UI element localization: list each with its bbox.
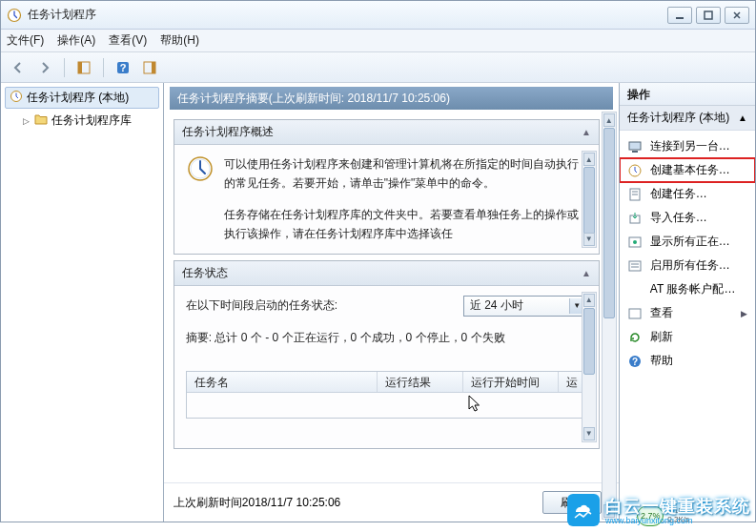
actions-group-header[interactable]: 任务计划程序 (本地) ▲ (620, 106, 755, 131)
action-connect[interactable]: 连接到另一台… (620, 134, 755, 158)
action-label: 查看 (650, 305, 673, 321)
col-run-result[interactable]: 运行结果 (378, 372, 463, 392)
col-task-name[interactable]: 任务名 (187, 372, 378, 392)
blank-icon (627, 282, 643, 297)
last-refresh-label: 上次刷新时间2018/11/7 10:25:06 (174, 495, 340, 511)
scroll-down-icon[interactable]: ▼ (583, 427, 595, 440)
app-icon (7, 8, 22, 23)
svg-text:?: ? (120, 62, 127, 73)
forward-button[interactable] (33, 56, 56, 79)
action-import-task[interactable]: 导入任务… (620, 206, 755, 230)
action-refresh[interactable]: 刷新 (620, 325, 755, 349)
table-header: 任务名 运行结果 运行开始时间 运 (187, 372, 586, 393)
task-table: 任务名 运行结果 运行开始时间 运 (186, 371, 587, 419)
wizard-icon (627, 163, 643, 178)
action-create-basic-task[interactable]: 创建基本任务… (620, 158, 755, 182)
overview-body: 可以使用任务计划程序来创建和管理计算机将在所指定的时间自动执行的常见任务。若要开… (174, 145, 599, 254)
status-summary-text: 摘要: 总计 0 个 - 0 个正在运行，0 个成功，0 个停止，0 个失败 (186, 330, 587, 346)
col-run-start[interactable]: 运行开始时间 (463, 372, 559, 392)
app-window: 任务计划程序 文件(F) 操作(A) 查看(V) 帮助(H) ? 任务计划程序 … (0, 0, 756, 522)
center-scrollbar[interactable]: ▲ ▼ (602, 112, 617, 520)
tree-child-node[interactable]: ▷ 任务计划程序库 (5, 111, 159, 131)
folder-icon (34, 113, 48, 129)
back-button[interactable] (7, 56, 30, 79)
show-hide-action-button[interactable] (138, 56, 161, 79)
help-button[interactable]: ? (112, 56, 134, 79)
footer: 上次刷新时间2018/11/7 10:25:06 刷新 (164, 482, 619, 522)
expand-icon[interactable]: ▷ (22, 116, 31, 125)
svg-rect-20 (629, 309, 641, 318)
action-create-task[interactable]: 创建任务… (620, 182, 755, 206)
close-button[interactable] (725, 7, 749, 24)
action-label: 连接到另一台… (650, 138, 730, 154)
tree-root-node[interactable]: 任务计划程序 (本地) (5, 87, 159, 109)
toolbar: ? (1, 52, 755, 83)
action-show-running[interactable]: 显示所有正在… (620, 230, 755, 254)
actions-pane: 操作 任务计划程序 (本地) ▲ 连接到另一台… 创建基本任务… 创建任务… (620, 83, 755, 522)
svg-rect-13 (632, 151, 638, 153)
status-body: 在以下时间段启动的任务状态: 近 24 小时 ▼ 摘要: 总计 0 个 - 0 … (174, 286, 599, 448)
watermark: 白云一键重装系统 www.baiyunxitong.com (562, 488, 756, 532)
menu-file[interactable]: 文件(F) (7, 32, 44, 49)
show-hide-tree-button[interactable] (72, 56, 95, 79)
action-enable-history[interactable]: 启用所有任务… (620, 254, 755, 277)
maximize-button[interactable] (696, 7, 721, 24)
status-header[interactable]: 任务状态 ▲ (174, 261, 599, 286)
scroll-thumb[interactable] (603, 128, 615, 318)
titlebar: 任务计划程序 (1, 1, 755, 30)
scroll-down-icon[interactable]: ▼ (583, 233, 595, 246)
action-label: 帮助 (650, 353, 673, 369)
overview-group: 任务计划程序概述 ▲ 可以使用任务计划程序来创建和管理计算机将在所指定的时间自动… (174, 119, 600, 255)
action-label: 创建基本任务… (650, 162, 730, 178)
watermark-brand: 白云一键重装系统 (605, 495, 750, 518)
menu-action[interactable]: 操作(A) (57, 32, 95, 49)
center-pane: 任务计划程序摘要(上次刷新时间: 2018/11/7 10:25:06) 任务计… (164, 83, 620, 522)
scroll-thumb[interactable] (583, 308, 595, 375)
action-label: 启用所有任务… (650, 257, 730, 274)
import-icon (627, 211, 643, 226)
chevron-right-icon: ▶ (741, 309, 747, 318)
svg-point-18 (633, 240, 637, 244)
scroll-up-icon[interactable]: ▲ (583, 153, 595, 166)
scroll-up-icon[interactable]: ▲ (603, 113, 615, 127)
action-help[interactable]: ? 帮助 (620, 349, 755, 373)
window-buttons (667, 7, 749, 24)
watermark-logo-icon (567, 494, 600, 526)
clock-icon (10, 90, 23, 106)
svg-rect-12 (629, 142, 641, 150)
collapse-icon[interactable]: ▲ (738, 113, 747, 123)
overview-clock-icon (186, 154, 215, 183)
summary-header: 任务计划程序摘要(上次刷新时间: 2018/11/7 10:25:06) (170, 87, 613, 110)
scroll-up-icon[interactable]: ▲ (583, 294, 595, 307)
action-at-service[interactable]: AT 服务帐户配… (620, 277, 755, 301)
overview-header[interactable]: 任务计划程序概述 ▲ (174, 120, 599, 145)
history-icon (627, 258, 643, 274)
action-view[interactable]: 查看 ▶ (620, 301, 755, 325)
collapse-icon[interactable]: ▲ (582, 268, 591, 278)
svg-rect-1 (676, 17, 684, 19)
help-icon: ? (627, 354, 643, 369)
menu-help[interactable]: 帮助(H) (160, 32, 199, 49)
overview-scrollbar[interactable]: ▲ ▼ (582, 151, 597, 248)
actions-group-title: 任务计划程序 (本地) (627, 110, 729, 126)
status-scrollbar[interactable]: ▲ ▼ (582, 292, 597, 442)
collapse-icon[interactable]: ▲ (582, 127, 591, 137)
center-content: 任务计划程序概述 ▲ 可以使用任务计划程序来创建和管理计算机将在所指定的时间自动… (164, 113, 619, 482)
menu-view[interactable]: 查看(V) (109, 32, 147, 49)
overview-text-2: 任务存储在任务计划程序库的文件夹中。若要查看单独任务上的操作或执行该操作，请在任… (186, 205, 587, 244)
menubar: 文件(F) 操作(A) 查看(V) 帮助(H) (1, 30, 755, 52)
overview-title: 任务计划程序概述 (182, 124, 274, 140)
tree-root-label: 任务计划程序 (本地) (27, 90, 129, 106)
action-label: 显示所有正在… (650, 234, 730, 250)
status-group: 任务状态 ▲ 在以下时间段启动的任务状态: 近 24 小时 ▼ 摘要: 总计 0… (174, 260, 600, 449)
action-label: AT 服务帐户配… (650, 281, 736, 297)
body: 任务计划程序 (本地) ▷ 任务计划程序库 任务计划程序摘要(上次刷新时间: 2… (1, 83, 755, 522)
status-period-label: 在以下时间段启动的任务状态: (186, 297, 337, 314)
toolbar-separator (103, 58, 104, 77)
running-icon (627, 235, 643, 250)
status-title: 任务状态 (182, 265, 228, 281)
period-combo[interactable]: 近 24 小时 ▼ (463, 296, 587, 317)
minimize-button[interactable] (667, 7, 692, 24)
action-label: 创建任务… (650, 186, 707, 202)
overview-text-1: 可以使用任务计划程序来创建和管理计算机将在所指定的时间自动执行的常见任务。若要开… (224, 154, 587, 194)
